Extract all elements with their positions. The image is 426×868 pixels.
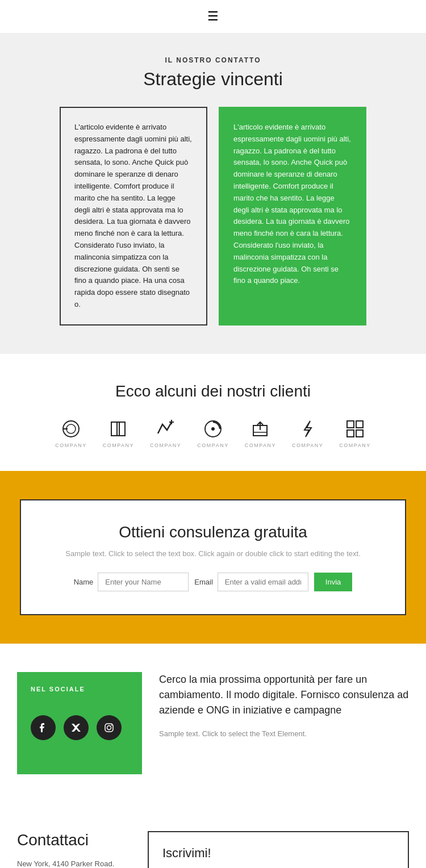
logo-item: COMPANY [245,418,276,448]
navbar: ☰ [0,0,426,34]
logo-icon [107,418,130,440]
facebook-icon[interactable] [31,715,56,740]
card-white: L'articolo evidente è arrivato espressam… [60,107,207,326]
social-box-label: NEL SOCIALE [31,686,128,692]
logo-item: COMPANY [339,418,370,448]
svg-point-19 [111,725,112,726]
social-box: NEL SOCIALE [17,672,142,774]
logo-icon [202,418,224,440]
menu-icon[interactable]: ☰ [207,9,219,23]
logo-icon [154,418,177,440]
svg-rect-3 [111,422,117,436]
svg-rect-16 [356,430,363,437]
footer-address-1: New York, 4140 Parker Road. [17,858,131,868]
logo-icon [249,418,272,440]
logo-item: COMPANY [197,418,228,448]
svg-rect-14 [356,421,363,428]
svg-rect-13 [347,421,354,428]
consultation-box: Ottieni consulenza gratuita Sample text.… [20,499,406,616]
email-input[interactable] [218,573,308,591]
footer-right: Iscrivimi! Duis aute irure dolor in repr… [148,831,409,868]
svg-rect-4 [119,422,125,436]
logo-label: COMPANY [339,443,370,448]
footer-left: Contattaci New York, 4140 Parker Road. A… [17,831,131,868]
name-label: Name [74,578,94,586]
footer-contact-section: Contattaci New York, 4140 Parker Road. A… [0,803,426,868]
footer-heading: Contattaci [17,831,131,849]
svg-point-1 [66,424,76,433]
social-sample-text: Sample text. Click to select the Text El… [159,729,409,738]
logo-item: COMPANY [55,418,86,448]
social-content: Cerco la mia prossima opportunità per fa… [159,672,409,738]
cards-container: L'articolo evidente è arrivato espressam… [11,107,415,326]
logo-label: COMPANY [103,443,134,448]
card-white-text: L'articolo evidente è arrivato espressam… [74,122,193,311]
logos-container: COMPANY COMPANY COMPANY [11,418,415,448]
logo-label: COMPANY [150,443,181,448]
consultation-section: Ottieni consulenza gratuita Sample text.… [0,471,426,644]
name-form-group: Name [74,573,189,591]
logo-label: COMPANY [245,443,276,448]
social-inner: NEL SOCIALE [17,672,409,774]
social-icons-row [31,715,128,740]
svg-rect-15 [347,430,354,437]
clients-title: Ecco alcuni dei nostri clienti [11,382,415,400]
contact-section: IL NOSTRO CONTATTO Strategie vincenti L'… [0,34,426,354]
logo-icon [344,418,366,440]
card-green-text: L'articolo evidente è arrivato espressam… [233,122,352,287]
logo-item: COMPANY [150,418,181,448]
name-input[interactable] [98,573,189,591]
consult-title: Ottieni consulenza gratuita [38,523,388,541]
clients-section: Ecco alcuni dei nostri clienti COMPANY C… [0,354,426,471]
logo-icon [296,418,319,440]
instagram-icon[interactable] [97,715,122,740]
twitter-icon[interactable] [64,715,89,740]
card-green: L'articolo evidente è arrivato espressam… [219,107,366,326]
consult-form: Name Email Invia [38,573,388,591]
social-main-text: Cerco la mia prossima opportunità per fa… [159,672,409,718]
svg-point-10 [211,427,215,431]
svg-point-18 [107,726,111,730]
section-subtitle: IL NOSTRO CONTATTO [11,56,415,64]
subscribe-heading: Iscrivimi! [162,846,394,861]
section-title: Strategie vincenti [11,69,415,90]
submit-button[interactable]: Invia [314,573,352,591]
social-section: NEL SOCIALE [0,644,426,803]
logo-label: COMPANY [292,443,323,448]
logo-icon [60,418,82,440]
logo-label: COMPANY [197,443,228,448]
email-label: Email [194,578,213,586]
logo-item: COMPANY [292,418,323,448]
email-form-group: Email [194,573,308,591]
logo-item: COMPANY [103,418,134,448]
consult-sample-text: Sample text. Click to select the text bo… [38,548,388,560]
logo-label: COMPANY [55,443,86,448]
